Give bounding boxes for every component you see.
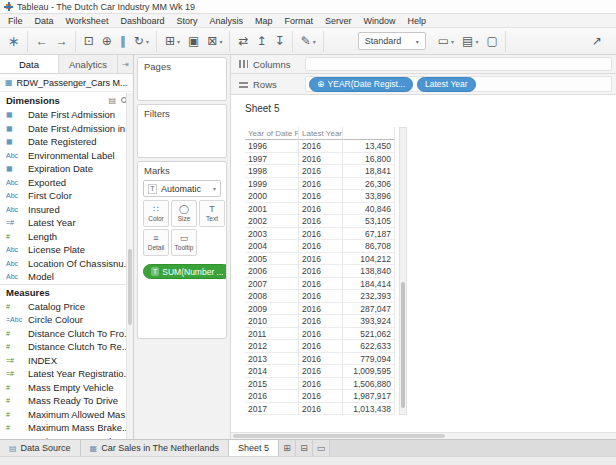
year-cell[interactable]: 2000 xyxy=(245,190,299,203)
pane-tab[interactable]: Data xyxy=(0,55,59,73)
year-cell[interactable]: 2006 xyxy=(245,265,299,278)
year-cell[interactable]: 2012 xyxy=(245,340,299,353)
column-header-latest-year[interactable]: Latest Year xyxy=(299,127,343,140)
value-cell[interactable]: 138,840 xyxy=(343,265,395,278)
menu-item[interactable]: Format xyxy=(278,14,319,27)
menu-item[interactable]: Data xyxy=(29,14,60,27)
value-cell[interactable]: 40,846 xyxy=(343,203,395,216)
share-button[interactable]: ↗ xyxy=(588,31,606,52)
menu-item[interactable]: Map xyxy=(249,14,279,27)
dimension-field[interactable]: Abc Model xyxy=(0,270,133,284)
year-cell[interactable]: 2005 xyxy=(245,253,299,266)
menu-item[interactable]: File xyxy=(2,14,29,27)
latest-year-cell[interactable]: 2016 xyxy=(299,228,343,241)
highlight-button[interactable]: ✎ ▾ xyxy=(297,31,324,52)
year-cell[interactable]: 2011 xyxy=(245,328,299,341)
scrollbar-thumb[interactable] xyxy=(128,249,132,325)
year-cell[interactable]: 2008 xyxy=(245,290,299,303)
pause-auto-updates-button[interactable]: ∥ xyxy=(116,31,130,52)
latest-year-cell[interactable]: 2016 xyxy=(299,353,343,366)
new-data-source-button[interactable]: ⊕ xyxy=(98,31,116,52)
value-cell[interactable]: 16,800 xyxy=(343,153,395,166)
data-source-item[interactable]: ▦ RDW_Passenger_Cars M... xyxy=(0,74,133,92)
expand-hierarchy-icon[interactable]: ⊕ xyxy=(317,80,325,89)
sort-descending-button[interactable]: ↧ xyxy=(271,31,293,52)
clear-sheet-button[interactable]: ⊠ ▾ xyxy=(203,31,230,52)
mark-encoding-button[interactable]: T Text xyxy=(199,200,225,227)
dimension-field[interactable]: Abc License Plate xyxy=(0,243,133,257)
measure-field[interactable]: # Distance Clutch To Fro... xyxy=(0,327,133,341)
menu-item[interactable]: Story xyxy=(170,14,203,27)
latest-year-cell[interactable]: 2016 xyxy=(299,165,343,178)
sheet-tab[interactable]: ▤ Data Source xyxy=(0,440,81,456)
measure-field[interactable]: # Maximum Mass Brake... xyxy=(0,421,133,435)
sheet-tab[interactable]: Sheet 5 xyxy=(229,440,279,456)
year-cell[interactable]: 1999 xyxy=(245,178,299,191)
new-dashboard-tab-button[interactable]: ⊟ xyxy=(296,440,313,456)
value-cell[interactable]: 104,212 xyxy=(343,253,395,266)
value-cell[interactable]: 184,414 xyxy=(343,278,395,291)
latest-year-cell[interactable]: 2016 xyxy=(299,365,343,378)
measure-field[interactable]: # Distance Clutch To Re... xyxy=(0,340,133,354)
measure-field[interactable]: # Mass Ready To Drive xyxy=(0,394,133,408)
scrollbar-thumb[interactable] xyxy=(401,282,405,408)
value-cell[interactable]: 1,013,438 xyxy=(343,403,395,416)
presentation-mode-button[interactable]: ▢ xyxy=(482,31,505,52)
scrollbar-thumb[interactable] xyxy=(233,434,445,438)
dimension-field[interactable]: Abc Exported xyxy=(0,176,133,190)
latest-year-cell[interactable]: 2016 xyxy=(299,340,343,353)
value-cell[interactable]: 53,105 xyxy=(343,215,395,228)
filters-card[interactable]: Filters xyxy=(137,104,227,158)
value-cell[interactable]: 287,047 xyxy=(343,303,395,316)
columns-shelf-drop[interactable] xyxy=(305,57,612,71)
year-cell[interactable]: 2017 xyxy=(245,403,299,416)
value-cell[interactable]: 232,393 xyxy=(343,290,395,303)
latest-year-cell[interactable]: 2016 xyxy=(299,378,343,391)
measure-field[interactable]: # Catalog Price xyxy=(0,300,133,314)
dimension-field[interactable]: ▦ Expiration Date xyxy=(0,162,133,176)
pane-tab[interactable]: Analytics xyxy=(59,55,118,73)
latest-year-cell[interactable]: 2016 xyxy=(299,153,343,166)
dimension-field[interactable]: Abc Location Of Chassisnu... xyxy=(0,257,133,271)
year-cell[interactable]: 1997 xyxy=(245,153,299,166)
year-cell[interactable]: 1996 xyxy=(245,140,299,153)
redo-button[interactable]: → xyxy=(52,31,76,52)
year-cell[interactable]: 2014 xyxy=(245,365,299,378)
latest-year-cell[interactable]: 2016 xyxy=(299,140,343,153)
value-cell[interactable]: 26,306 xyxy=(343,178,395,191)
latest-year-cell[interactable]: 2016 xyxy=(299,315,343,328)
latest-year-cell[interactable]: 2016 xyxy=(299,215,343,228)
menu-item[interactable]: Worksheet xyxy=(60,14,115,27)
dimension-field[interactable]: =# Latest Year xyxy=(0,216,133,230)
value-cell[interactable]: 13,450 xyxy=(343,140,395,153)
year-cell[interactable]: 2004 xyxy=(245,240,299,253)
worksheet-horizontal-scrollbar[interactable] xyxy=(231,432,616,439)
value-cell[interactable]: 779,094 xyxy=(343,353,395,366)
mark-type-select[interactable]: T Automatic ▾ xyxy=(143,180,221,197)
year-cell[interactable]: 1998 xyxy=(245,165,299,178)
latest-year-cell[interactable]: 2016 xyxy=(299,328,343,341)
dimension-field[interactable]: ▦ Date First Admission xyxy=(0,108,133,122)
new-worksheet-tab-button[interactable]: ⊞ xyxy=(279,440,296,456)
dimension-field[interactable]: ▦ Date Registered xyxy=(0,135,133,149)
mark-encoding-button[interactable]: ◯ Size xyxy=(171,200,197,227)
view-mode-select[interactable]: Standard ▾ xyxy=(358,32,426,50)
column-header-year[interactable]: Year of Date Re... xyxy=(245,127,299,140)
year-cell[interactable]: 2002 xyxy=(245,215,299,228)
rows-shelf-drop[interactable]: ⊕ YEAR(Date Regist... Latest Year xyxy=(305,76,612,92)
menu-item[interactable]: Dashboard xyxy=(114,14,170,27)
new-worksheet-button[interactable]: ⊞ ▾ xyxy=(161,31,184,52)
shelf-pill[interactable]: Latest Year xyxy=(417,77,476,92)
latest-year-cell[interactable]: 2016 xyxy=(299,240,343,253)
measure-field[interactable]: # Mass Empty Vehicle xyxy=(0,381,133,395)
menu-item[interactable]: Help xyxy=(402,14,433,27)
shelf-pill[interactable]: ⊕ YEAR(Date Regist... xyxy=(309,77,413,92)
latest-year-cell[interactable]: 2016 xyxy=(299,190,343,203)
latest-year-cell[interactable]: 2016 xyxy=(299,265,343,278)
tableau-logo-button[interactable]: ∗ xyxy=(4,31,28,52)
year-cell[interactable]: 2016 xyxy=(245,390,299,403)
latest-year-cell[interactable]: 2016 xyxy=(299,290,343,303)
year-cell[interactable]: 2013 xyxy=(245,353,299,366)
year-cell[interactable]: 2009 xyxy=(245,303,299,316)
table-vertical-scrollbar[interactable] xyxy=(399,127,407,415)
